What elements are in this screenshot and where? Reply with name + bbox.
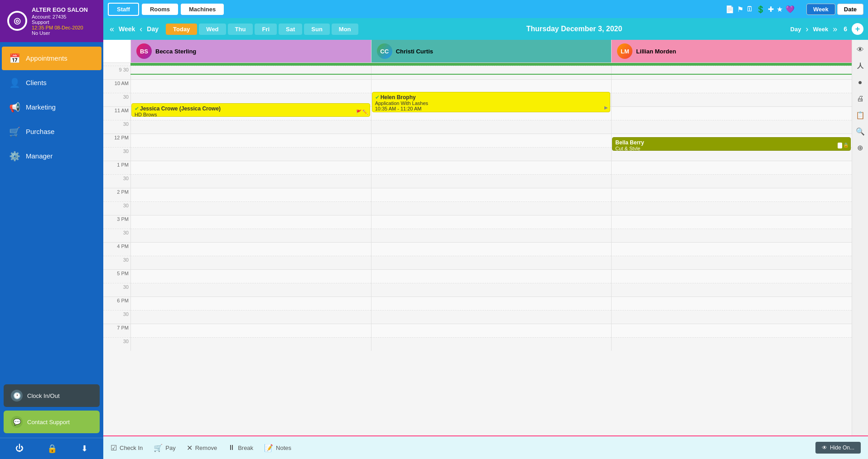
- next-day-button[interactable]: ›: [804, 24, 810, 35]
- time-cell-19-2[interactable]: [611, 324, 852, 337]
- mon-tab[interactable]: Mon: [332, 24, 358, 35]
- time-cell-12-0[interactable]: [130, 229, 371, 242]
- time-cell-8-0[interactable]: [130, 174, 371, 188]
- time-cell-16-0[interactable]: [130, 283, 371, 296]
- doc-icon[interactable]: 📄: [725, 5, 734, 14]
- tab-staff[interactable]: Staff: [108, 3, 139, 16]
- time-cell-11-1[interactable]: [371, 215, 612, 229]
- time-cell-0-2[interactable]: [611, 66, 852, 79]
- time-cell-17-2[interactable]: [611, 296, 852, 310]
- time-cell-13-2[interactable]: [611, 242, 852, 256]
- flag-icon[interactable]: ⚑: [737, 5, 743, 14]
- time-cell-1-0[interactable]: [130, 79, 371, 93]
- time-cell-3-2[interactable]: [611, 106, 852, 120]
- prev-week-button[interactable]: «: [108, 24, 116, 35]
- time-cell-14-0[interactable]: [130, 256, 371, 269]
- next-week-button[interactable]: »: [831, 24, 839, 35]
- time-cell-7-0[interactable]: [130, 161, 371, 174]
- contact-support-button[interactable]: 💬 Contact Support: [4, 411, 100, 433]
- time-cell-9-0[interactable]: [130, 188, 371, 201]
- time-cell-16-2[interactable]: [611, 283, 852, 296]
- time-cell-20-2[interactable]: [611, 337, 852, 351]
- time-cell-17-1[interactable]: [371, 296, 612, 310]
- right-week-button[interactable]: Week: [813, 26, 828, 33]
- time-cell-9-1[interactable]: [371, 188, 612, 201]
- remove-button[interactable]: ✕ Remove: [187, 444, 217, 452]
- circle-icon[interactable]: ●: [854, 76, 867, 89]
- today-tab[interactable]: Today: [166, 24, 197, 35]
- time-cell-12-1[interactable]: [371, 229, 612, 242]
- time-cell-9-2[interactable]: [611, 188, 852, 201]
- tab-rooms[interactable]: Rooms: [142, 4, 178, 15]
- time-cell-11-2[interactable]: [611, 215, 852, 229]
- zoom-out-icon[interactable]: 🔍: [854, 125, 867, 138]
- star-icon[interactable]: ★: [776, 5, 783, 14]
- download-icon[interactable]: ⬇: [81, 444, 88, 454]
- time-cell-10-1[interactable]: [371, 201, 612, 215]
- time-cell-19-1[interactable]: [371, 324, 612, 337]
- cal-icon[interactable]: 🗓: [746, 5, 753, 13]
- dollar-icon[interactable]: 💲: [756, 5, 765, 14]
- break-button[interactable]: ⏸ Break: [228, 444, 253, 452]
- thu-tab[interactable]: Thu: [228, 24, 253, 35]
- time-cell-13-0[interactable]: [130, 242, 371, 256]
- wed-tab[interactable]: Wed: [199, 24, 226, 35]
- time-cell-19-0[interactable]: [130, 324, 371, 337]
- sun-tab[interactable]: Sun: [304, 24, 330, 35]
- time-cell-8-2[interactable]: [611, 174, 852, 188]
- time-cell-4-0[interactable]: [130, 120, 371, 134]
- calendar-grid[interactable]: BS Becca Sterling CC Christi Curtis LM L…: [103, 40, 852, 435]
- time-cell-15-2[interactable]: [611, 269, 852, 283]
- time-cell-18-2[interactable]: [611, 310, 852, 324]
- lock-icon[interactable]: 🔒: [47, 444, 57, 454]
- time-cell-5-1[interactable]: [371, 134, 612, 147]
- time-cell-1-1[interactable]: [371, 79, 612, 93]
- time-cell-15-1[interactable]: [371, 269, 612, 283]
- plus-icon[interactable]: ✚: [768, 5, 774, 14]
- time-cell-7-2[interactable]: [611, 161, 852, 174]
- time-cell-4-1[interactable]: [371, 120, 612, 134]
- time-cell-11-0[interactable]: [130, 215, 371, 229]
- print-icon[interactable]: 🖨: [854, 92, 867, 105]
- time-cell-15-0[interactable]: [130, 269, 371, 283]
- add-button[interactable]: +: [852, 23, 863, 35]
- time-cell-6-1[interactable]: [371, 147, 612, 161]
- time-cell-6-0[interactable]: [130, 147, 371, 161]
- time-cell-12-2[interactable]: [611, 229, 852, 242]
- time-cell-1-2[interactable]: [611, 79, 852, 93]
- sat-tab[interactable]: Sat: [279, 24, 302, 35]
- heart-icon[interactable]: 💜: [786, 5, 795, 14]
- sidebar-item-marketing[interactable]: 📢 Marketing: [2, 96, 101, 119]
- time-cell-5-0[interactable]: [130, 134, 371, 147]
- power-icon[interactable]: ⏻: [15, 444, 24, 454]
- time-cell-18-1[interactable]: [371, 310, 612, 324]
- time-cell-13-1[interactable]: [371, 242, 612, 256]
- time-cell-4-2[interactable]: [611, 120, 852, 134]
- time-cell-18-0[interactable]: [130, 310, 371, 324]
- sidebar-item-clients[interactable]: 👤 Clients: [2, 71, 101, 95]
- tab-machines[interactable]: Machines: [181, 4, 224, 15]
- clipboard-icon[interactable]: 📋: [854, 109, 867, 121]
- date-view-button[interactable]: Date: [837, 4, 863, 15]
- time-cell-20-1[interactable]: [371, 337, 612, 351]
- time-cell-10-2[interactable]: [611, 201, 852, 215]
- hide-online-button[interactable]: 👁 Hide On...: [815, 442, 861, 454]
- right-day-button[interactable]: Day: [791, 26, 801, 33]
- time-cell-16-1[interactable]: [371, 283, 612, 296]
- prev-day-button[interactable]: ‹: [138, 24, 144, 35]
- sidebar-item-manager[interactable]: ⚙️ Manager: [2, 144, 101, 168]
- appointment-0[interactable]: ✔Jessica Crowe (Jessica Crowe)HD Brows🚩✏…: [131, 103, 370, 117]
- time-cell-7-1[interactable]: [371, 161, 612, 174]
- pay-button[interactable]: 🛒 Pay: [154, 444, 175, 452]
- time-cell-14-2[interactable]: [611, 256, 852, 269]
- fri-tab[interactable]: Fri: [255, 24, 277, 35]
- time-cell-0-0[interactable]: [130, 66, 371, 79]
- check-in-button[interactable]: ☑ Check In: [111, 444, 143, 452]
- time-cell-10-0[interactable]: [130, 201, 371, 215]
- people-icon[interactable]: 人: [854, 60, 867, 72]
- visibility-icon[interactable]: 👁: [854, 43, 867, 56]
- week-view-button[interactable]: Week: [806, 4, 835, 15]
- clock-inout-button[interactable]: 🕐 Clock In/Out: [4, 384, 100, 407]
- time-cell-17-0[interactable]: [130, 296, 371, 310]
- time-cell-8-1[interactable]: [371, 174, 612, 188]
